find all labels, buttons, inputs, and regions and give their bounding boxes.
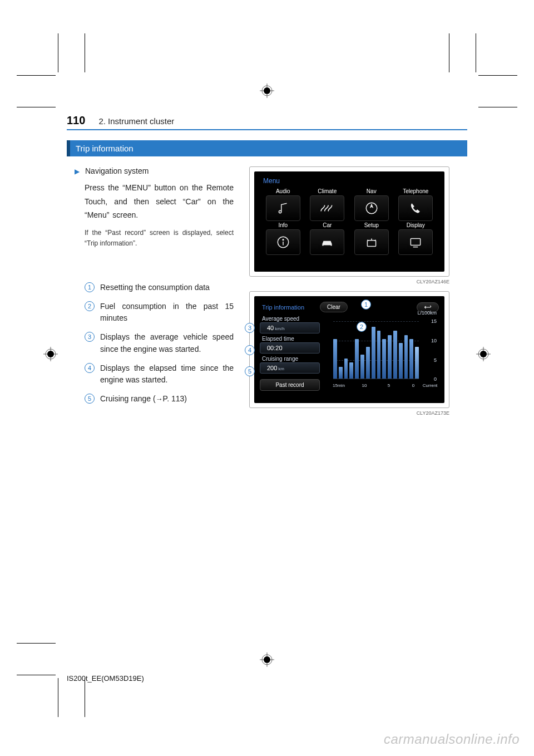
crop-mark [58,678,58,717]
text-column: ▶ Navigation system Press the “MENU” but… [67,166,234,423]
footer-code: IS200t_EE(OM53D19E) [67,674,144,683]
crop-mark [17,107,56,107]
callout-1: 1 [361,300,371,310]
crop-mark [85,33,85,72]
menu-item-label: Car [308,222,348,228]
crop-mark [17,675,56,675]
cruising-range-stat: Cruising range 200km [260,356,320,374]
chart-bar [393,331,397,379]
stat-label: Elapsed time [262,336,320,342]
stat-column: Average speed 40km/h Elapsed time 00:20 … [260,316,320,391]
registration-mark-icon [260,84,274,98]
crop-mark [478,75,517,76]
x-tick: 15min [333,383,345,388]
callout-3: 3 [245,323,255,333]
numbered-list: 1 Resetting the consumption data 2 Fuel … [85,282,234,405]
past-record-button[interactable]: Past record [260,379,320,391]
paragraph-main: Press the “MENU” button on the Remote To… [85,181,234,222]
car-icon[interactable] [310,229,344,255]
clear-button[interactable]: Clear [320,302,348,312]
figure-id: CLY20AZ173E [249,410,449,416]
chart-bar [409,339,413,379]
stat-value: 200km [260,362,320,374]
crop-mark [449,33,449,72]
arrow-right-icon: → [156,395,163,403]
menu-item-label: Audio [263,188,303,194]
menu-item-label: Info [263,222,303,228]
crop-mark [58,33,58,72]
list-item-text: Cruising range (→P. 113) [100,393,187,405]
chart-bar [355,339,359,379]
menu-item-label: Setup [352,222,392,228]
trip-screen-title: Trip information [262,304,304,311]
menu-item-label: Climate [308,188,348,194]
stat-label: Average speed [262,316,320,322]
screenshot-menu-frame: Menu Audio Climate Nav Telephone Info Ca… [249,166,449,277]
registration-mark-icon [43,347,58,361]
chart-bar [339,367,343,379]
registration-mark-icon [260,652,274,667]
chart-bar [360,355,364,379]
chart-bar [333,339,337,379]
chart-bar [399,343,403,379]
list-number-icon: 3 [85,332,95,342]
menu-title: Menu [263,177,436,185]
chart-bar [377,331,381,379]
x-tick: 10 [362,383,367,388]
x-tick: 5 [388,383,390,388]
paragraph-sub: If the “Past record” screen is displayed… [85,228,234,250]
registration-mark-icon [476,347,491,361]
watermark: carmanualsonline.info [384,732,520,747]
section-title: 2. Instrument cluster [98,116,174,126]
back-arrow-icon [424,305,432,310]
avg-speed-stat: Average speed 40km/h [260,316,320,333]
crop-mark [476,33,476,72]
page-header: 110 2. Instrument cluster [67,114,467,130]
consumption-chart: L/100km 15 10 5 0 15min 10 5 [323,316,439,390]
info-icon[interactable] [266,229,300,255]
menu-item-label: Telephone [396,188,436,194]
elapsed-time-stat: Elapsed time 00:20 [260,336,320,354]
crop-mark [17,75,56,76]
crop-mark [85,678,85,717]
climate-icon[interactable] [310,195,344,221]
chart-bar [404,335,408,379]
display-icon[interactable] [398,229,433,255]
nav-icon[interactable] [354,195,389,221]
stat-value: 00:20 [260,342,320,354]
callout-2: 2 [357,322,367,332]
crop-mark [478,107,517,107]
x-tick: Current [423,383,438,388]
stat-label: Cruising range [262,356,320,362]
chart-bar [344,359,348,379]
nav-menu-screen: Menu Audio Climate Nav Telephone Info Ca… [254,171,444,272]
chart-bar [388,335,392,379]
crop-mark [17,643,56,644]
y-tick: 10 [431,338,437,343]
menu-item-label: Nav [352,188,392,194]
x-tick: 0 [412,383,414,388]
svg-rect-21 [411,239,421,246]
list-number-icon: 4 [85,363,95,373]
list-number-icon: 5 [85,394,95,404]
y-tick: 0 [434,376,437,382]
list-item-text: Fuel consumption in the past 15 minutes [100,301,234,325]
svg-rect-20 [367,240,375,247]
list-item-text: Displays the average vehicle speed since… [100,331,234,355]
stat-value: 40km/h [260,322,320,333]
page-content: 110 2. Instrument cluster Trip informati… [67,114,467,423]
callout-5: 5 [245,366,255,376]
trip-info-screen: Trip information Clear Average speed 40k… [254,296,444,403]
telephone-icon[interactable] [398,195,433,221]
section-heading: Trip information [67,140,467,156]
chart-bar [349,362,353,379]
bullet-text: Navigation system [85,166,149,175]
setup-icon[interactable] [354,229,389,255]
list-item-text: Resetting the consumption data [100,282,210,294]
page-number: 110 [67,114,85,127]
figure-id: CLY20AZ146E [249,279,449,284]
list-item-text: Displays the elapsed time since the engi… [100,362,234,386]
audio-icon[interactable] [266,195,300,221]
chart-bar [382,339,386,379]
figure-column: Menu Audio Climate Nav Telephone Info Ca… [249,166,449,423]
